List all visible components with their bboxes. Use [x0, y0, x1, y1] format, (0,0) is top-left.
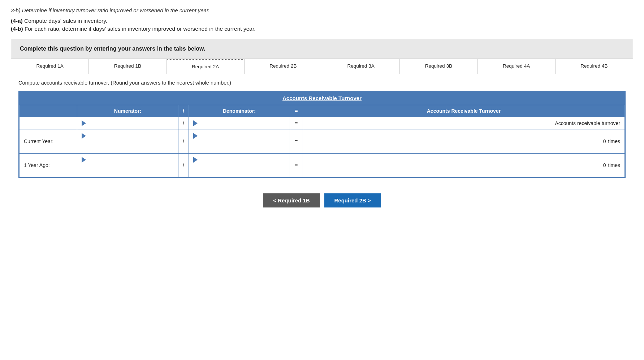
tab-required-4a[interactable]: Required 4A [478, 59, 556, 74]
row-desc-equals: = [290, 117, 303, 129]
current-year-denominator-input[interactable] [193, 139, 285, 150]
tab-required-4b[interactable]: Required 4B [556, 59, 633, 74]
row-prior-numerator[interactable] [77, 153, 178, 177]
ar-turnover-table-wrapper: Accounts Receivable Turnover Numerator: … [18, 91, 626, 178]
col-header-label [20, 105, 77, 117]
col-header-denominator: Denominator: [189, 105, 290, 117]
row-desc-slash: / [178, 117, 189, 129]
row-desc-numerator [77, 117, 178, 129]
table-title: Accounts Receivable Turnover [19, 91, 625, 105]
tab-required-2a[interactable]: Required 2A [167, 59, 245, 74]
tab-required-2b[interactable]: Required 2B [245, 59, 322, 74]
page-container: 3-b) Determine if inventory turnover rat… [0, 0, 644, 360]
col-header-result: Accounts Receivable Turnover [303, 105, 624, 117]
instructions: (4-a) Compute days' sales in inventory. … [11, 18, 633, 32]
ar-turnover-table: Numerator: / Denominator: = Accounts Rec… [19, 105, 625, 177]
current-year-numerator-input[interactable] [82, 139, 174, 150]
row-current-result: 0 times [303, 129, 624, 153]
arrow-icon-desc-denom [193, 120, 198, 126]
row-current-slash: / [178, 129, 189, 153]
prior-year-numerator-input[interactable] [82, 163, 174, 174]
nav-buttons: < Required 1B Required 2B > [18, 187, 626, 215]
arrow-icon-desc [82, 120, 86, 126]
arrow-icon-prior-denom [193, 157, 198, 163]
table-row-description: / = Accounts receivable turnover [20, 117, 625, 129]
prior-year-denominator-input[interactable] [193, 163, 285, 174]
row-current-denominator[interactable] [189, 129, 290, 153]
content-area: Compute accounts receivable turnover. (R… [11, 74, 633, 215]
tab-required-1a[interactable]: Required 1A [11, 59, 89, 74]
content-description: Compute accounts receivable turnover. (R… [18, 80, 626, 86]
row-current-equals: = [290, 129, 303, 153]
col-header-slash: / [178, 105, 189, 117]
table-row-current-year: Current Year: / = 0 tim [20, 129, 625, 153]
tabs-bar: Required 1A Required 1B Required 2A Requ… [11, 59, 633, 74]
next-button[interactable]: Required 2B > [324, 193, 381, 207]
row-current-label: Current Year: [20, 129, 77, 153]
row-desc-result: Accounts receivable turnover [303, 117, 624, 129]
col-header-equals: = [290, 105, 303, 117]
arrow-icon-prior-num [82, 157, 86, 163]
col-header-numerator: Numerator: [77, 105, 178, 117]
tab-required-3a[interactable]: Required 3A [322, 59, 400, 74]
arrow-icon-current-denom [193, 133, 198, 139]
row-prior-slash: / [178, 153, 189, 177]
prev-button[interactable]: < Required 1B [263, 193, 320, 207]
complete-box: Complete this question by entering your … [11, 39, 633, 59]
row-prior-result: 0 times [303, 153, 624, 177]
top-instruction: 3-b) Determine if inventory turnover rat… [11, 7, 633, 13]
row-desc-label [20, 117, 77, 129]
row-prior-label: 1 Year Ago: [20, 153, 77, 177]
instruction-4a: (4-a) Compute days' sales in inventory. [11, 18, 633, 24]
row-desc-denominator [189, 117, 290, 129]
arrow-icon-current-num [82, 133, 86, 139]
row-current-numerator[interactable] [77, 129, 178, 153]
row-prior-denominator[interactable] [189, 153, 290, 177]
tab-required-1b[interactable]: Required 1B [89, 59, 167, 74]
table-row-one-year-ago: 1 Year Ago: / = 0 times [20, 153, 625, 177]
tab-required-3b[interactable]: Required 3B [400, 59, 477, 74]
row-prior-equals: = [290, 153, 303, 177]
instruction-4b: (4-b) For each ratio, determine if days'… [11, 26, 633, 32]
